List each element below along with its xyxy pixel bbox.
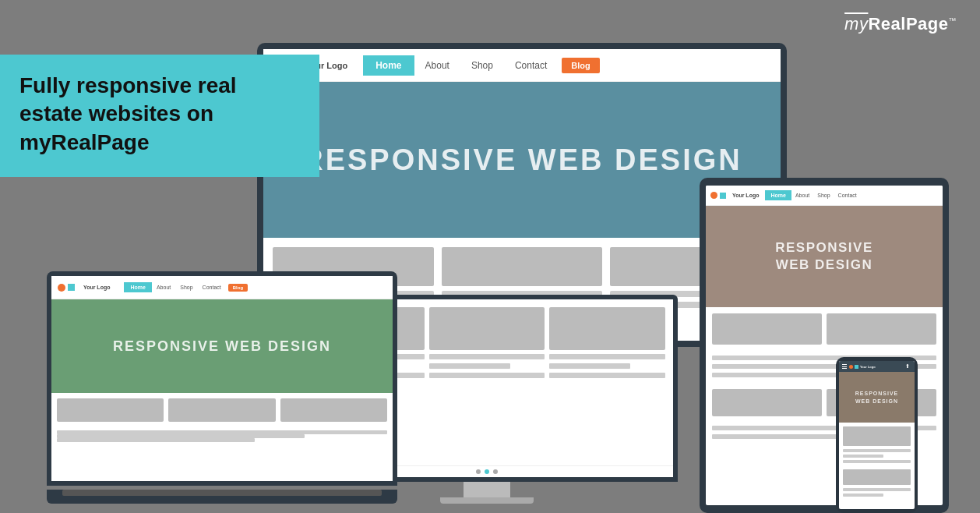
laptop-hero: RESPONSIVE WEB DESIGN (51, 299, 393, 393)
tablet-img-1 (712, 313, 822, 345)
phone-text-3 (843, 460, 911, 463)
laptop-text-3 (57, 438, 255, 442)
laptop-img-2 (168, 398, 275, 422)
dc-line-4 (429, 354, 545, 359)
phone-content: Your Logo ⬆ RESPONSIVEWEB DESIGN (839, 361, 915, 509)
phone-hero-text: RESPONSIVEWEB DESIGN (855, 390, 899, 404)
laptop-device: Your Logo Home About Shop Contact Blog R… (47, 271, 397, 513)
laptop-hero-text: RESPONSIVE WEB DESIGN (113, 338, 331, 355)
dc-line-8 (549, 363, 630, 369)
tablet-logo-circle (710, 192, 717, 199)
tablet-img-3 (712, 389, 822, 416)
dc-block-3 (549, 307, 665, 458)
headline-text: Fully responsive real estate websites on… (19, 72, 300, 157)
phone-logo-text: Your Logo (860, 365, 876, 369)
main-nav-shop[interactable]: Shop (460, 55, 504, 76)
phone-img-2 (843, 469, 911, 485)
phone-nav-bar: Your Logo ⬆ (839, 361, 915, 372)
laptop-keyboard-bar (62, 490, 382, 496)
desktop-center-base (440, 497, 534, 504)
laptop-nav-about[interactable]: About (152, 282, 175, 292)
laptop-nav-blog[interactable]: Blog (228, 284, 248, 292)
tablet-logo-square (720, 193, 726, 199)
laptop-logo: Your Logo (58, 284, 116, 292)
tablet-nav-about[interactable]: About (791, 190, 813, 200)
dot-2-active (485, 469, 489, 474)
laptop-nav-shop[interactable]: Shop (175, 282, 197, 292)
hamburger-icon[interactable] (842, 364, 847, 369)
phone-text-2 (843, 455, 883, 458)
tablet-nav-contact[interactable]: Contact (834, 190, 861, 200)
phone-text-4 (843, 488, 911, 491)
tablet-nav-shop[interactable]: Shop (813, 190, 834, 200)
tablet-img-row (712, 313, 936, 349)
tablet-logo: Your Logo (710, 192, 759, 199)
dot-1 (476, 469, 481, 474)
main-nav-home[interactable]: Home (363, 55, 414, 76)
laptop-logo-text: Your Logo (83, 285, 110, 290)
dc-line-7 (549, 354, 665, 359)
phone-hero: RESPONSIVEWEB DESIGN (839, 372, 915, 423)
laptop-img-1 (57, 398, 164, 422)
dc-block-2 (429, 307, 545, 458)
laptop-nav-home[interactable]: Home (124, 282, 151, 292)
dc-line-5 (429, 363, 510, 369)
laptop-logo-circle (58, 284, 65, 292)
tablet-logo-text: Your Logo (732, 193, 759, 198)
main-nav-about[interactable]: About (414, 55, 460, 76)
main-nav-contact[interactable]: Contact (504, 55, 558, 76)
laptop-keyboard (47, 490, 397, 504)
phone-outer: Your Logo ⬆ RESPONSIVEWEB DESIGN (836, 357, 918, 513)
main-nav-items: Home About Shop Contact Blog (363, 55, 770, 76)
phone-text-1 (843, 449, 911, 452)
dc-line-9 (549, 373, 665, 378)
dot-3 (493, 469, 498, 474)
dc-img-2 (429, 307, 545, 350)
laptop-text-section (51, 427, 393, 445)
headline-box: Fully responsive real estate websites on… (0, 55, 319, 177)
phone-text-5 (843, 494, 883, 497)
laptop-content-section (51, 393, 393, 427)
phone-logo-circle (849, 365, 853, 369)
brand-logo: myRealPage™ (844, 14, 957, 34)
dc-line-6 (429, 373, 545, 378)
laptop-screen: Your Logo Home About Shop Contact Blog R… (47, 271, 397, 486)
tablet-img-2 (827, 313, 936, 345)
phone-img-1 (843, 426, 911, 446)
phone-device: Your Logo ⬆ RESPONSIVEWEB DESIGN (836, 357, 918, 513)
tablet-hero-text: RESPONSIVEWEB DESIGN (775, 239, 873, 274)
tablet-nav-home[interactable]: Home (765, 190, 791, 200)
tablet-hero: RESPONSIVEWEB DESIGN (706, 206, 943, 307)
main-nav-blog[interactable]: Blog (562, 58, 599, 73)
tablet-nav-bar: Your Logo Home About Shop Contact (706, 186, 943, 206)
laptop-content: Your Logo Home About Shop Contact Blog R… (51, 276, 393, 481)
main-hero-text: RESPONSIVE WEB DESIGN (301, 143, 742, 177)
main-nav-bar: Your Logo Home About Shop Contact Blog (263, 49, 781, 82)
dc-img-3 (549, 307, 665, 350)
content-image-2 (442, 247, 603, 286)
laptop-nav-contact[interactable]: Contact (198, 282, 226, 292)
laptop-logo-square (68, 284, 75, 291)
laptop-nav-bar: Your Logo Home About Shop Contact Blog (51, 276, 393, 299)
phone-content-section (839, 423, 915, 503)
brand-realpage: RealPage (868, 14, 948, 34)
phone-logo-square (855, 365, 858, 369)
brand-my: my (844, 14, 868, 34)
brand-tm: ™ (949, 16, 957, 25)
phone-logo: Your Logo (849, 365, 903, 369)
laptop-img-3 (280, 398, 387, 422)
phone-share-icon[interactable]: ⬆ (905, 363, 911, 370)
desktop-center-stand (464, 482, 510, 497)
